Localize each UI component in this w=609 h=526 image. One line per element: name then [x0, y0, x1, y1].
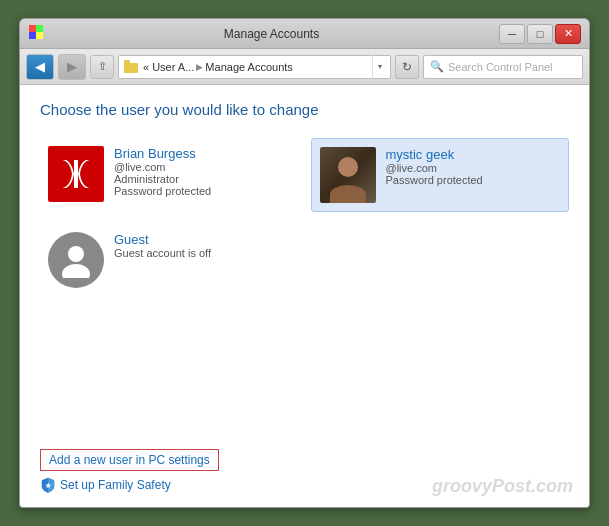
guest-name: Guest	[114, 232, 291, 247]
accounts-grid: Brian Burgess @live.com Administrator Pa…	[40, 138, 569, 296]
search-placeholder-text: Search Control Panel	[448, 61, 553, 73]
brian-detail-2: Password protected	[114, 185, 291, 197]
mysticgeek-avatar	[320, 147, 376, 203]
footer-links: Add a new user in PC settings ★ Set up F…	[40, 449, 219, 493]
address-part-1: « User A...	[143, 61, 194, 73]
family-safety-label: Set up Family Safety	[60, 478, 171, 492]
brian-detail-1: Administrator	[114, 173, 291, 185]
back-button[interactable]: ◀	[26, 54, 54, 80]
mysticgeek-info: mystic geek @live.com Password protected	[386, 147, 561, 186]
maximize-button[interactable]: □	[527, 24, 553, 44]
brian-info: Brian Burgess @live.com Administrator Pa…	[114, 146, 291, 197]
mysticgeek-detail-1: Password protected	[386, 174, 561, 186]
svg-text:★: ★	[45, 482, 52, 489]
search-icon: 🔍	[430, 60, 444, 73]
address-part-2: Manage Accounts	[205, 61, 292, 73]
page-title: Choose the user you would like to change	[40, 101, 569, 118]
content-area: Choose the user you would like to change…	[20, 85, 589, 507]
address-bar[interactable]: « User A... ▶ Manage Accounts ▾	[118, 55, 391, 79]
forward-button[interactable]: ▶	[58, 54, 86, 80]
search-box[interactable]: 🔍 Search Control Panel	[423, 55, 583, 79]
svg-rect-4	[124, 63, 138, 73]
svg-rect-1	[36, 25, 43, 32]
mysticgeek-email: @live.com	[386, 162, 561, 174]
refresh-button[interactable]: ↻	[395, 55, 419, 79]
account-card-mysticgeek[interactable]: mystic geek @live.com Password protected	[311, 138, 570, 212]
mysticgeek-name: mystic geek	[386, 147, 561, 162]
address-path: « User A... ▶ Manage Accounts	[143, 61, 368, 73]
window-controls: ─ □ ✕	[499, 24, 581, 44]
address-icon	[123, 59, 139, 75]
address-chevron-1: ▶	[196, 62, 203, 72]
window-icon	[28, 24, 44, 44]
svg-rect-0	[29, 25, 36, 32]
add-user-link[interactable]: Add a new user in PC settings	[40, 449, 219, 477]
svg-rect-5	[124, 60, 130, 64]
window-title: Manage Accounts	[44, 27, 499, 41]
brian-avatar	[48, 146, 104, 202]
brian-name: Brian Burgess	[114, 146, 291, 161]
svg-rect-6	[74, 160, 78, 188]
svg-rect-2	[29, 32, 36, 39]
guest-detail-1: Guest account is off	[114, 247, 291, 259]
address-dropdown[interactable]: ▾	[372, 55, 386, 79]
account-card-brian[interactable]: Brian Burgess @live.com Administrator Pa…	[40, 138, 299, 212]
family-safety-link[interactable]: ★ Set up Family Safety	[40, 477, 219, 493]
watermark: groovyPost.com	[432, 476, 573, 497]
svg-point-8	[62, 264, 90, 278]
close-button[interactable]: ✕	[555, 24, 581, 44]
up-button[interactable]: ⇧	[90, 55, 114, 79]
main-window: Manage Accounts ─ □ ✕ ◀ ▶ ⇧ « User A... …	[19, 18, 590, 508]
title-bar: Manage Accounts ─ □ ✕	[20, 19, 589, 49]
minimize-button[interactable]: ─	[499, 24, 525, 44]
guest-avatar	[48, 232, 104, 288]
add-user-label[interactable]: Add a new user in PC settings	[40, 449, 219, 471]
navigation-bar: ◀ ▶ ⇧ « User A... ▶ Manage Accounts ▾ ↻ …	[20, 49, 589, 85]
account-card-guest[interactable]: Guest Guest account is off	[40, 224, 299, 296]
brian-email: @live.com	[114, 161, 291, 173]
svg-point-7	[68, 246, 84, 262]
shield-icon: ★	[40, 477, 56, 493]
svg-rect-3	[36, 32, 43, 39]
guest-info: Guest Guest account is off	[114, 232, 291, 259]
